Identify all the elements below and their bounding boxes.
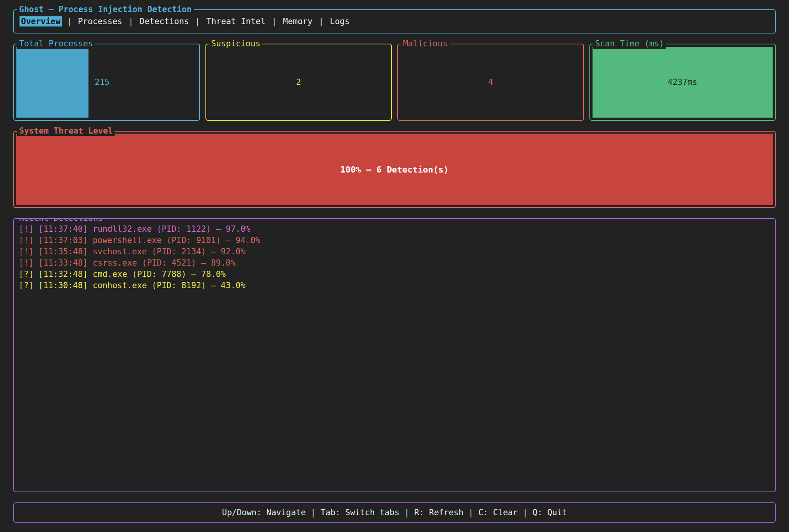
stat-card-suspicious: Suspicious 2 [205,44,392,121]
status-bar-text: Up/Down: Navigate | Tab: Switch tabs | R… [222,508,567,517]
status-bar: Up/Down: Navigate | Tab: Switch tabs | R… [13,502,776,523]
tab-bar: Ghost — Process Injection Detection Over… [13,9,776,33]
malicious-value: 4 [488,78,493,87]
suspicious-body: 2 [209,47,389,118]
tab-threat-intel[interactable]: Threat Intel [205,16,267,26]
scan-time-value: 4237ms [668,78,697,87]
malicious-body: 4 [400,47,581,118]
tab-processes[interactable]: Processes [76,16,124,26]
scan-time-title: Scan Time (ms) [593,39,666,49]
recent-detections-title: Recent Detections [17,218,105,223]
tab-separator: | [272,17,277,26]
total-processes-body: 215 [16,47,197,118]
tab-separator: | [195,17,200,26]
threat-level-label: 100% — 6 Detection(s) [340,165,449,174]
detection-row[interactable]: [?] [11:32:48] cmd.exe (PID: 7788) — 78.… [19,269,770,280]
threat-level-bar: 100% — 6 Detection(s) [16,134,773,205]
stat-card-total-processes: Total Processes 215 [13,44,200,121]
total-processes-title: Total Processes [17,39,95,49]
detection-list: [!] [11:37:40] rundll32.exe (PID: 1122) … [14,219,775,296]
recent-detections-box: Recent Detections [!] [11:37:40] rundll3… [13,218,776,492]
threat-level-box: System Threat Level 100% — 6 Detection(s… [13,131,776,208]
tab-separator: | [67,17,72,26]
detection-row[interactable]: [!] [11:37:03] powershell.exe (PID: 9101… [19,235,770,246]
tab-memory[interactable]: Memory [281,16,314,26]
tab-separator: | [129,17,134,26]
detection-row[interactable]: [!] [11:37:40] rundll32.exe (PID: 1122) … [19,224,770,235]
tab-detections[interactable]: Detections [138,16,190,26]
malicious-title: Malicious [401,39,449,49]
app-root: Ghost — Process Injection Detection Over… [0,0,789,532]
suspicious-value: 2 [296,78,301,87]
tab-logs[interactable]: Logs [328,16,351,26]
threat-level-track: 100% — 6 Detection(s) [16,134,773,205]
stats-row: Total Processes 215 Suspicious 2 Malicio… [13,44,776,121]
tab-overview[interactable]: Overview [19,16,62,26]
total-processes-value: 215 [95,78,110,87]
stat-card-scan-time: Scan Time (ms) 4237ms [589,44,776,121]
threat-level-title: System Threat Level [17,126,115,136]
detection-row[interactable]: [!] [11:35:48] svchost.exe (PID: 2134) —… [19,246,770,257]
tab-separator: | [319,17,324,26]
app-title: Ghost — Process Injection Detection [17,4,194,14]
total-processes-gauge [16,47,88,118]
suspicious-title: Suspicious [209,39,262,49]
detection-row[interactable]: [?] [11:30:48] conhost.exe (PID: 8192) —… [19,280,770,291]
scan-time-gauge: 4237ms [593,47,773,118]
stat-card-malicious: Malicious 4 [397,44,584,121]
detection-row[interactable]: [!] [11:33:48] csrss.exe (PID: 4521) — 8… [19,257,770,269]
